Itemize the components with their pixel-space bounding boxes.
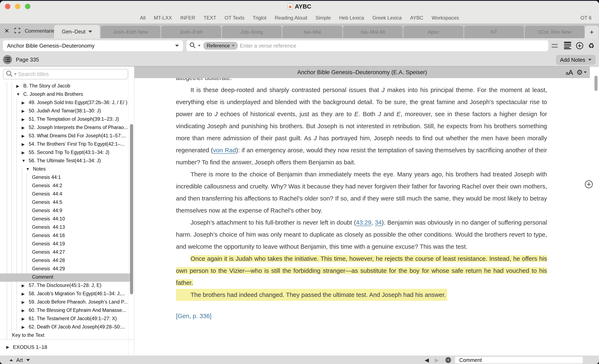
globe-icon[interactable]	[445, 357, 451, 364]
tree-item[interactable]: Genesis 44:4	[0, 190, 130, 199]
disclosure-triangle-icon[interactable]: ▶	[16, 84, 19, 88]
text-display-icon[interactable]	[563, 41, 571, 50]
sidebar-scrollbar-thumb[interactable]	[130, 124, 133, 294]
history-back-button[interactable]: ◀	[425, 357, 429, 363]
comment-field[interactable]	[455, 357, 583, 363]
search-options-caret-icon[interactable]	[14, 73, 17, 75]
tree-item[interactable]: Comment	[0, 273, 130, 282]
new-tab-button[interactable]: +	[585, 26, 599, 38]
tree-item[interactable]: ▼56. The Ultimate Test(44:1–34: J)	[0, 157, 130, 165]
plus-circle-icon[interactable]	[576, 42, 583, 49]
disclosure-triangle-icon[interactable]: ▶	[22, 134, 25, 138]
cross-reference-link[interactable]: von Rad	[213, 147, 236, 153]
tree-item[interactable]: Genesis 44:19	[0, 240, 130, 248]
tree-item[interactable]: Key to the Text	[0, 332, 130, 340]
disclosure-triangle-icon[interactable]: ▼	[22, 159, 26, 163]
titles-search-input[interactable]	[18, 71, 125, 77]
close-icon[interactable]: ✕	[4, 28, 9, 34]
disclosure-triangle-icon[interactable]: ▶	[22, 325, 25, 330]
menu-item-reading-aloud[interactable]: Reading Aloud	[275, 15, 307, 21]
menu-item-aybc[interactable]: AYBC	[410, 15, 423, 21]
disclosure-triangle-icon[interactable]: ▶	[22, 100, 25, 105]
triangle-down-icon[interactable]	[26, 359, 30, 361]
disclosure-triangle-icon[interactable]: ▶	[22, 291, 25, 296]
history-forward-button[interactable]: ▶	[435, 357, 439, 363]
module-selector[interactable]: Anchor Bible Genesis–Deuteronomy	[3, 40, 183, 51]
tree-item[interactable]: ▶53. What Dreams Did For Joseph(41:1–57:…	[0, 132, 130, 140]
tree-item[interactable]: Genesis 44:13	[0, 224, 130, 232]
disclosure-triangle-icon[interactable]: ▶	[22, 109, 25, 113]
tab-josh-esth[interactable]: Josh–Esth	[161, 26, 221, 38]
menu-item-infer[interactable]: INFER	[180, 15, 195, 21]
tab-josh-esth-new[interactable]: Josh–Esth New	[101, 26, 160, 38]
disclosure-triangle-icon[interactable]: ▶	[22, 150, 25, 155]
tab-isa-mal[interactable]: Isa–Mal	[282, 26, 342, 38]
equals-icon[interactable]	[552, 44, 558, 48]
menu-item-all[interactable]: All	[140, 15, 146, 21]
menu-item-triglot[interactable]: Triglot	[253, 15, 266, 21]
tab-isa-mal-alt[interactable]: Isa–Mal Alt	[343, 26, 403, 38]
tree-item[interactable]: ▶B. The Story of Jacob	[0, 82, 130, 91]
tree-item[interactable]: ▶52. Joseph Interprets the Dreams of Pha…	[0, 124, 130, 132]
disclosure-triangle-icon[interactable]: ▶	[22, 125, 25, 130]
tree-item[interactable]: ▶57. The Disclosure(45:1–28: J, E)	[0, 282, 130, 290]
tree-item[interactable]: Genesis 44:10	[0, 215, 130, 224]
tree-item[interactable]: ▶49. Joseph Sold Into Egypt(37:2b–36: J,…	[0, 99, 130, 107]
search-icon[interactable]	[189, 42, 196, 50]
main-scrollbar-thumb[interactable]	[594, 76, 598, 91]
font-size-icon[interactable]: aA	[565, 68, 573, 76]
tree-item[interactable]: Genesis 44:2	[0, 182, 130, 190]
recycle-icon[interactable]: ♻	[588, 42, 594, 49]
tree-item[interactable]: ▶55. Second Trip To Egypt(43:1–34: J)	[0, 149, 130, 157]
tree-item[interactable]: Genesis 44:27	[0, 248, 130, 257]
expand-icon[interactable]	[14, 28, 20, 34]
disclosure-triangle-icon[interactable]: ▶	[22, 283, 25, 288]
verse-reference-input[interactable]	[240, 42, 545, 49]
cross-reference-link[interactable]: 34	[375, 219, 382, 226]
tree-item[interactable]: ▶50. Judah And Tamar(38:1–30: J)	[0, 107, 130, 116]
menu-item-text[interactable]: TEXT	[203, 15, 216, 21]
disclosure-triangle-icon[interactable]: ▶	[22, 300, 25, 305]
disclosure-triangle-icon[interactable]: ▼	[16, 92, 20, 97]
disclosure-triangle-icon[interactable]: ▼	[26, 167, 30, 171]
tree-item[interactable]: ▼Notes	[0, 165, 130, 174]
tree-item[interactable]: ▶54. The Brothers’ First Trip To Egypt(4…	[0, 140, 130, 149]
tree-item[interactable]: Genesis 44:29	[0, 265, 130, 273]
disclosure-triangle-icon[interactable]: ▶	[22, 142, 25, 147]
tree-item[interactable]: Genesis 44:16	[0, 232, 130, 240]
tab-gen-deut[interactable]: Gen–Deut	[54, 25, 100, 38]
menu-item-workspaces[interactable]: Workspaces	[432, 15, 459, 21]
tab-nt[interactable]: NT	[464, 26, 524, 38]
gear-icon[interactable]: ⚙	[577, 69, 587, 76]
art-pane-control[interactable]: Art	[9, 356, 30, 364]
tree-item[interactable]: ▶58. Jacob’s Migration To Egypt(46:1–34:…	[0, 290, 130, 298]
cross-reference-link[interactable]: 43:29	[356, 219, 371, 226]
tree-item[interactable]: ▶51. The Temptation of Joseph(39:1–23: J…	[0, 116, 130, 124]
page-jump-link[interactable]: [Gen, p. 336]	[176, 313, 211, 320]
menu-item-greek-lexica[interactable]: Greek Lexica	[372, 15, 402, 21]
disclosure-triangle-icon[interactable]: ▶	[6, 345, 9, 349]
tab-apoc[interactable]: Apoc	[404, 26, 463, 38]
tree-item[interactable]: ▼C. Joseph and His Brothers	[0, 91, 130, 99]
disclosure-triangle-icon[interactable]: ▶	[22, 316, 25, 321]
tree-item[interactable]: Genesis 44:5	[0, 199, 130, 207]
add-parallel-pane-button[interactable]	[585, 180, 593, 188]
tree-item[interactable]: ▶59. Jacob Before Pharaoh. Joseph’s Land…	[0, 298, 130, 307]
tab-job-song[interactable]: Job–Song	[222, 26, 282, 38]
menu-item-ot-texts[interactable]: OT Texts	[225, 15, 244, 21]
menu-item-mt-lxx[interactable]: MT-LXX	[154, 15, 172, 21]
tab-1cor-rev-new[interactable]: 1Cor, Rev New	[525, 26, 584, 38]
search-options-caret-icon[interactable]	[198, 45, 201, 47]
menu-item-simple[interactable]: Simple	[316, 15, 331, 21]
chevron-down-icon[interactable]	[88, 31, 92, 33]
sidebar-item-exodus[interactable]: ▶ EXODUS 1–18	[0, 339, 134, 356]
tree-item[interactable]: ▶62. Death Of Jacob And Joseph(49:28–50:…	[0, 323, 130, 332]
menu-item-heb-lexica[interactable]: Heb Lexica	[339, 15, 364, 21]
search-scope-pill[interactable]: Reference	[203, 42, 238, 50]
tree-item[interactable]: Genesis 44:9	[0, 207, 130, 215]
contents-list-icon[interactable]	[3, 55, 12, 64]
disclosure-triangle-icon[interactable]: ▶	[22, 308, 25, 313]
tree-item[interactable]: Genesis 44:1	[0, 174, 130, 182]
tree-item[interactable]: ▶60. The Blessing Of Ephraim And Manasse…	[0, 307, 130, 315]
tree-item[interactable]: ▶61. The Testament Of Jacob(49:1–27: X)	[0, 315, 130, 323]
